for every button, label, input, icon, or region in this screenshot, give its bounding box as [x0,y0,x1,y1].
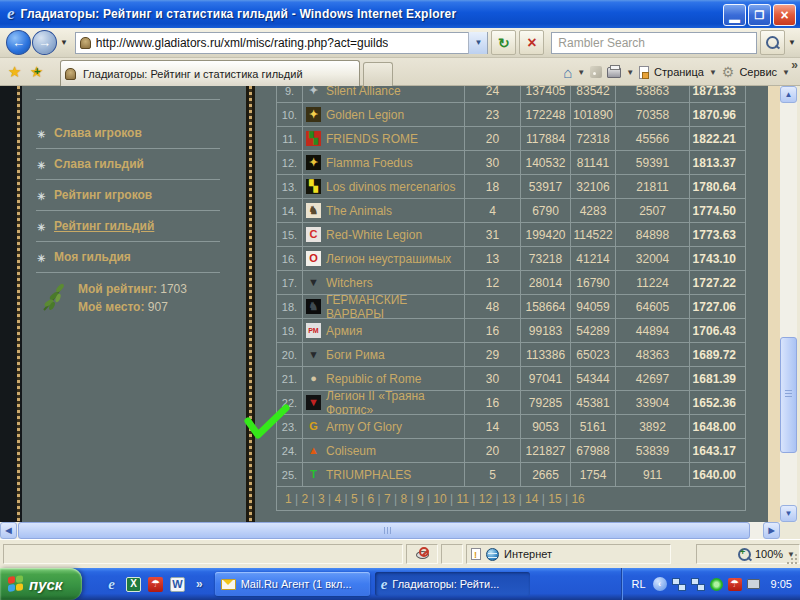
language-indicator[interactable]: RL [632,578,646,590]
home-icon[interactable]: ⌂ [563,65,572,80]
pagination-page-link[interactable]: 7 [384,492,400,506]
vertical-scroll-thumb[interactable] [780,337,797,453]
page-menu-label[interactable]: Страница [654,66,704,78]
print-icon[interactable] [607,67,621,78]
quick-launch-avira-icon[interactable]: ☂ [148,577,163,592]
guild-name-cell[interactable]: ♞The Animals [303,199,465,222]
guild-name-cell[interactable]: ✦Silent Alliance [303,86,465,102]
guild-name-link[interactable]: Легион II «Траяна Фортис» [326,391,464,414]
guild-name-cell[interactable]: ●Republic of Rome [303,367,465,390]
guild-name-link[interactable]: ГЕРМАНСКИЕ ВАРВАРЫ [326,295,464,318]
guild-name-link[interactable]: Golden Legion [326,108,404,122]
page-menu-icon[interactable] [639,66,649,79]
guild-name-cell[interactable]: TTRIUMPHALES [303,463,465,486]
guild-name-cell[interactable]: ▚Los divinos mercenarios [303,175,465,198]
guild-name-link[interactable]: Coliseum [326,444,376,458]
icq-status-icon[interactable] [710,578,723,591]
guild-name-link[interactable]: Los divinos mercenarios [326,180,455,194]
rss-feed-icon[interactable] [590,66,602,78]
guild-name-cell[interactable]: ▚FRIENDS ROME [303,127,465,150]
quick-launch-word-icon[interactable]: W [170,577,185,592]
guild-name-link[interactable]: Легион неустрашимых [326,252,451,266]
sidebar-item-link[interactable]: ✳Слава гильдий [36,149,220,180]
scroll-down-arrow[interactable]: ▼ [780,505,797,522]
guild-name-cell[interactable]: ▼Witchers [303,271,465,294]
guild-name-link[interactable]: Flamma Foedus [326,156,413,170]
pagination-page-link[interactable]: 9 [417,492,433,506]
pagination-page-link[interactable]: 10 [433,492,456,506]
scroll-right-arrow[interactable]: ▶ [763,522,780,539]
sidebar-item-link[interactable]: ✳Рейтинг игроков [36,180,220,211]
guild-name-link[interactable]: Silent Alliance [326,86,401,98]
guild-name-link[interactable]: The Animals [326,204,392,218]
horizontal-scrollbar[interactable]: ◀ ▶ [0,522,780,539]
vertical-scrollbar[interactable]: ▲ ▼ [780,86,797,522]
sidebar-item-active[interactable]: ✳Рейтинг гильдий [36,211,220,242]
guild-name-link[interactable]: Red-White Legion [326,228,422,242]
refresh-button[interactable]: ↻ [491,30,516,55]
history-dropdown-icon[interactable]: ▼ [60,38,68,47]
guild-name-cell[interactable]: ✦Flamma Foedus [303,151,465,174]
network-connection-icon[interactable] [672,578,686,591]
minimize-button[interactable]: ▬ [723,4,746,26]
search-options-dropdown-icon[interactable]: ▼ [788,38,796,47]
pagination-page-link[interactable]: 8 [400,492,416,506]
add-favorite-icon[interactable]: ★ [30,63,43,81]
pagination-page-link[interactable]: 16 [571,492,584,506]
guild-name-link[interactable]: FRIENDS ROME [326,132,418,146]
avira-antivirus-icon[interactable]: ☂ [728,578,742,591]
scroll-up-arrow[interactable]: ▲ [780,86,797,103]
scroll-left-arrow[interactable]: ◀ [0,522,17,539]
sidebar-item-link[interactable]: ✳Слава игроков [36,100,220,149]
pagination-page-link[interactable]: 12 [479,492,502,506]
pagination-page-link[interactable]: 14 [525,492,548,506]
start-button[interactable]: пуск [0,568,82,600]
network-connection-icon-2[interactable] [691,578,705,591]
new-tab-stub[interactable] [363,62,393,86]
guild-name-cell[interactable]: ♞ГЕРМАНСКИЕ ВАРВАРЫ [303,295,465,318]
print-dropdown-icon[interactable]: ▼ [626,68,634,77]
url-field[interactable]: http://www.gladiators.ru/xml/misc/rating… [75,32,489,54]
guild-name-cell[interactable]: OЛегион неустрашимых [303,247,465,270]
maximize-button[interactable]: ❐ [748,4,771,26]
pagination-page-link[interactable]: 2 [301,492,317,506]
phishing-filter-off-icon[interactable] [414,547,430,561]
url-dropdown-button[interactable]: ▼ [468,32,487,54]
quick-launch-excel-icon[interactable]: X [126,577,141,592]
guild-name-link[interactable]: Witchers [326,276,373,290]
guild-name-link[interactable]: Army Of Glory [326,420,402,434]
tray-collapse-chevron[interactable]: ‹ [653,577,667,591]
page-dropdown-icon[interactable]: ▼ [709,68,717,77]
guild-name-cell[interactable]: CRed-White Legion [303,223,465,246]
guild-name-cell[interactable]: РМАрмия [303,319,465,342]
pagination-page-link[interactable]: 3 [318,492,334,506]
favorites-star-icon[interactable]: ★ [8,63,21,81]
search-go-button[interactable] [760,30,785,55]
guild-name-cell[interactable]: GArmy Of Glory [303,415,465,438]
taskbar-task-button[interactable]: Mail.Ru Агент (1 вкл... [215,572,370,596]
back-button[interactable]: ← [6,30,31,55]
tab-gladiators[interactable]: Гладиаторы: Рейтинг и статистика гильдий [60,60,360,86]
horizontal-scroll-thumb[interactable] [18,522,750,539]
home-dropdown-icon[interactable]: ▼ [577,68,585,77]
guild-name-cell[interactable]: ✦Golden Legion [303,103,465,126]
tools-menu-label[interactable]: Сервис [739,66,777,78]
guild-name-link[interactable]: TRIUMPHALES [326,468,411,482]
gear-icon[interactable]: ⚙ [722,65,735,79]
quick-launch-ie-icon[interactable]: e [104,577,119,592]
taskbar-task-button[interactable]: eГладиаторы: Рейти... [375,572,530,596]
pagination-page-link[interactable]: 4 [334,492,350,506]
guild-name-cell[interactable]: ▾Боги Рима [303,343,465,366]
pagination-page-link[interactable]: 1 [285,492,301,506]
search-input[interactable]: Rambler Search [551,32,757,54]
quick-launch-chevron[interactable]: » [196,577,203,591]
display-settings-icon[interactable] [747,579,760,589]
page-warning-icon[interactable] [471,548,481,560]
tools-dropdown-icon[interactable]: ▼ [782,68,790,77]
guild-name-link[interactable]: Боги Рима [326,348,385,362]
pagination-page-link[interactable]: 5 [351,492,367,506]
guild-name-link[interactable]: Republic of Rome [326,372,421,386]
toolbar-overflow-chevron[interactable]: » [791,58,798,72]
pagination-page-link[interactable]: 11 [457,492,479,506]
guild-name-link[interactable]: Армия [326,324,362,338]
